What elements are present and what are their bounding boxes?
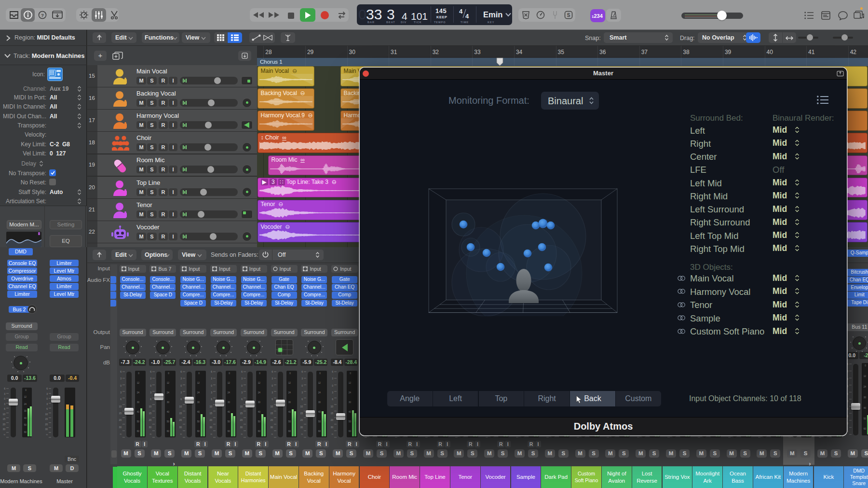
svg-text:40: 40 — [258, 411, 260, 413]
svg-text:60: 60 — [197, 430, 200, 432]
svg-text:24: 24 — [24, 403, 27, 405]
svg-text:50: 50 — [167, 420, 170, 423]
svg-text:30: 30 — [197, 401, 200, 404]
svg-text:12: 12 — [136, 382, 139, 384]
svg-text:30: 30 — [149, 426, 152, 429]
svg-text:30: 30 — [179, 426, 182, 429]
svg-text:6: 6 — [302, 371, 303, 373]
svg-text:30: 30 — [228, 401, 231, 404]
svg-text:40: 40 — [24, 417, 27, 419]
svg-text:∞: ∞ — [3, 433, 5, 436]
svg-text:30: 30 — [45, 428, 48, 431]
svg-text:30: 30 — [318, 401, 321, 404]
svg-text:6: 6 — [241, 371, 243, 373]
svg-text:30: 30 — [167, 401, 170, 404]
svg-text:6: 6 — [332, 398, 333, 401]
svg-text:∞: ∞ — [241, 432, 243, 435]
svg-text:40: 40 — [349, 411, 352, 413]
svg-text:3: 3 — [332, 391, 333, 394]
svg-text:30: 30 — [24, 410, 27, 412]
svg-text:12: 12 — [863, 375, 866, 377]
svg-text:∞: ∞ — [301, 432, 303, 435]
svg-text:3: 3 — [120, 377, 122, 380]
svg-text:24: 24 — [863, 386, 866, 388]
svg-text:10: 10 — [149, 405, 152, 408]
svg-text:30: 30 — [119, 426, 122, 429]
svg-text:∞: ∞ — [332, 432, 334, 435]
svg-text:0: 0 — [302, 384, 303, 387]
svg-text:40: 40 — [197, 411, 200, 413]
svg-text:60: 60 — [258, 430, 260, 432]
svg-text:6: 6 — [271, 398, 273, 401]
svg-text:60: 60 — [318, 430, 321, 432]
svg-text:∞: ∞ — [150, 432, 152, 435]
svg-text:60: 60 — [24, 431, 27, 433]
svg-text:20: 20 — [149, 418, 152, 421]
svg-text:0: 0 — [199, 372, 200, 375]
svg-text:3: 3 — [241, 377, 243, 380]
svg-text:60: 60 — [136, 430, 139, 432]
svg-text:0: 0 — [320, 372, 321, 375]
svg-text:50: 50 — [349, 420, 352, 423]
svg-text:3: 3 — [4, 392, 5, 395]
svg-text:6: 6 — [46, 388, 48, 390]
svg-text:30: 30 — [288, 401, 291, 404]
svg-text:40: 40 — [228, 411, 231, 413]
svg-text:40: 40 — [167, 411, 170, 413]
svg-text:20: 20 — [119, 418, 122, 421]
svg-text:0: 0 — [211, 384, 212, 387]
svg-text:0: 0 — [180, 384, 182, 387]
svg-text:24: 24 — [349, 391, 352, 394]
svg-text:6: 6 — [150, 371, 152, 373]
svg-text:0: 0 — [241, 384, 243, 387]
svg-text:40: 40 — [318, 411, 321, 413]
svg-text:3: 3 — [847, 385, 848, 388]
svg-text:20: 20 — [331, 418, 334, 421]
svg-text:30: 30 — [863, 396, 866, 399]
svg-text:∞: ∞ — [271, 432, 273, 435]
svg-text:6: 6 — [847, 392, 848, 395]
svg-text:20: 20 — [179, 418, 182, 421]
svg-text:10: 10 — [179, 405, 182, 408]
svg-text:12: 12 — [258, 382, 260, 384]
svg-text:10: 10 — [2, 413, 5, 416]
svg-text:30: 30 — [2, 428, 5, 431]
svg-text:0: 0 — [259, 372, 260, 375]
svg-text:10: 10 — [45, 413, 48, 416]
svg-text:6: 6 — [211, 398, 212, 401]
svg-text:0: 0 — [229, 372, 230, 375]
svg-text:10: 10 — [209, 405, 212, 408]
svg-text:40: 40 — [136, 411, 139, 413]
svg-text:30: 30 — [240, 426, 243, 429]
svg-text:0: 0 — [271, 384, 273, 387]
svg-text:50: 50 — [136, 420, 139, 423]
svg-text:6: 6 — [46, 407, 48, 410]
svg-text:24: 24 — [197, 391, 200, 394]
svg-text:3: 3 — [4, 403, 5, 405]
svg-text:12: 12 — [197, 382, 200, 384]
svg-text:10: 10 — [240, 405, 243, 408]
svg-text:50: 50 — [197, 420, 200, 423]
svg-text:24: 24 — [136, 391, 139, 394]
svg-text:3: 3 — [150, 377, 152, 380]
svg-text:30: 30 — [270, 426, 273, 429]
svg-text:6: 6 — [332, 371, 333, 373]
svg-text:6: 6 — [150, 398, 152, 401]
svg-text:6: 6 — [120, 371, 122, 373]
svg-text:24: 24 — [318, 391, 321, 394]
svg-text:3: 3 — [46, 392, 48, 395]
svg-text:0: 0 — [120, 384, 122, 387]
svg-text:0: 0 — [168, 372, 170, 375]
svg-text:3: 3 — [302, 391, 303, 394]
svg-text:3: 3 — [180, 391, 182, 394]
svg-text:3: 3 — [332, 377, 333, 380]
svg-text:6: 6 — [847, 363, 848, 365]
svg-text:6: 6 — [4, 407, 5, 410]
svg-text:10: 10 — [300, 405, 303, 408]
svg-text:0: 0 — [4, 397, 5, 400]
svg-text:60: 60 — [288, 430, 291, 432]
svg-text:6: 6 — [120, 398, 122, 401]
svg-text:0: 0 — [289, 372, 291, 375]
svg-text:20: 20 — [209, 418, 212, 421]
svg-text:∞: ∞ — [120, 432, 122, 435]
